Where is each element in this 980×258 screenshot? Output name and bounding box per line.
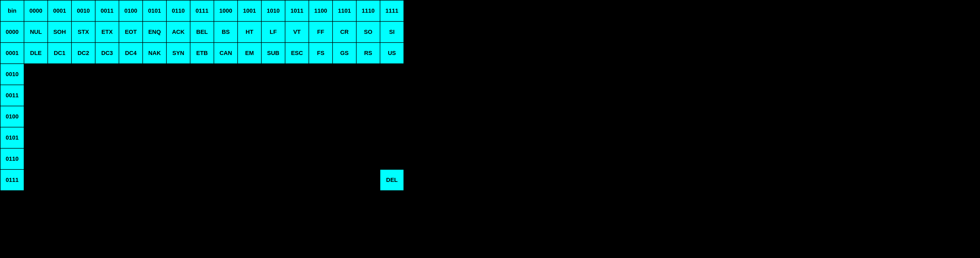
cell-r0100-c0 [24, 106, 48, 127]
cell-r0100-c4 [119, 106, 143, 127]
cell-r0101-c14 [356, 127, 380, 148]
cell-r0000-c0: NUL [24, 21, 48, 43]
cell-r0001-c3: DC3 [95, 43, 119, 64]
cell-r0100-c2 [72, 106, 95, 127]
cell-r0111-c10 [261, 170, 285, 191]
cell-r0001-c9: EM [238, 43, 261, 64]
cell-r0011-c7 [190, 85, 214, 106]
cell-r0011-c8 [214, 85, 238, 106]
col-header-0110: 0110 [166, 0, 190, 21]
cell-r0011-c0 [24, 85, 48, 106]
cell-r0101-c10 [261, 127, 285, 148]
row-label-0000: 0000 [0, 21, 24, 43]
table-row: 0100 [0, 106, 404, 127]
cell-r0001-c13: GS [332, 43, 356, 64]
cell-r0001-c8: CAN [214, 43, 238, 64]
cell-r0001-c0: DLE [24, 43, 48, 64]
table-row: 0101 [0, 127, 404, 148]
cell-r0100-c1 [48, 106, 72, 127]
col-header-1000: 1000 [214, 0, 238, 21]
cell-r0111-c2 [72, 170, 95, 191]
cell-r0000-c7: BEL [190, 21, 214, 43]
cell-r0110-c9 [238, 148, 261, 170]
cell-r0111-c12 [309, 170, 332, 191]
cell-r0001-c7: ETB [190, 43, 214, 64]
col-header-1110: 1110 [356, 0, 380, 21]
cell-r0010-c11 [285, 64, 309, 85]
cell-r0111-c8 [214, 170, 238, 191]
cell-r0110-c2 [72, 148, 95, 170]
cell-r0110-c15 [380, 148, 404, 170]
cell-r0110-c0 [24, 148, 48, 170]
cell-r0010-c10 [261, 64, 285, 85]
cell-r0111-c7 [190, 170, 214, 191]
cell-r0101-c15 [380, 127, 404, 148]
cell-r0000-c2: STX [72, 21, 95, 43]
cell-r0101-c11 [285, 127, 309, 148]
cell-r0111-c6 [166, 170, 190, 191]
cell-r0111-c9 [238, 170, 261, 191]
cell-r0011-c9 [238, 85, 261, 106]
cell-r0010-c0 [24, 64, 48, 85]
cell-r0101-c9 [238, 127, 261, 148]
cell-r0011-c3 [95, 85, 119, 106]
cell-r0011-c11 [285, 85, 309, 106]
cell-r0000-c11: VT [285, 21, 309, 43]
cell-r0010-c3 [95, 64, 119, 85]
cell-r0011-c14 [356, 85, 380, 106]
cell-r0010-c14 [356, 64, 380, 85]
row-label-0110: 0110 [0, 148, 24, 170]
cell-r0111-c14 [356, 170, 380, 191]
col-header-1010: 1010 [261, 0, 285, 21]
cell-r0001-c12: FS [309, 43, 332, 64]
ascii-table: bin 0000 0001 0010 0011 0100 0101 0110 0… [0, 0, 404, 191]
cell-r0110-c12 [309, 148, 332, 170]
row-label-0001: 0001 [0, 43, 24, 64]
cell-r0001-c14: RS [356, 43, 380, 64]
cell-r0010-c15 [380, 64, 404, 85]
cell-r0011-c12 [309, 85, 332, 106]
cell-r0000-c6: ACK [166, 21, 190, 43]
cell-r0011-c5 [143, 85, 166, 106]
row-label-0011: 0011 [0, 85, 24, 106]
cell-r0000-c13: CR [332, 21, 356, 43]
table-row: 0000NULSOHSTXETXEOTENQACKBELBSHTLFVTFFCR… [0, 21, 404, 43]
cell-r0011-c10 [261, 85, 285, 106]
cell-r0101-c3 [95, 127, 119, 148]
cell-r0011-c2 [72, 85, 95, 106]
cell-r0111-c4 [119, 170, 143, 191]
cell-r0101-c0 [24, 127, 48, 148]
cell-r0010-c9 [238, 64, 261, 85]
row-label-0111: 0111 [0, 170, 24, 191]
cell-r0110-c11 [285, 148, 309, 170]
cell-r0111-c13 [332, 170, 356, 191]
corner-header: bin [0, 0, 24, 21]
cell-r0000-c1: SOH [48, 21, 72, 43]
cell-r0000-c5: ENQ [143, 21, 166, 43]
cell-r0010-c4 [119, 64, 143, 85]
col-header-0111: 0111 [190, 0, 214, 21]
cell-r0000-c8: BS [214, 21, 238, 43]
table-row: 0010 [0, 64, 404, 85]
cell-r0110-c10 [261, 148, 285, 170]
cell-r0010-c6 [166, 64, 190, 85]
cell-r0110-c5 [143, 148, 166, 170]
cell-r0110-c6 [166, 148, 190, 170]
cell-r0111-c11 [285, 170, 309, 191]
cell-r0001-c2: DC2 [72, 43, 95, 64]
cell-r0111-c1 [48, 170, 72, 191]
cell-r0000-c12: FF [309, 21, 332, 43]
col-header-1011: 1011 [285, 0, 309, 21]
cell-r0101-c13 [332, 127, 356, 148]
cell-r0101-c4 [119, 127, 143, 148]
cell-r0111-c5 [143, 170, 166, 191]
table-row: 0011 [0, 85, 404, 106]
cell-r0010-c13 [332, 64, 356, 85]
cell-r0010-c1 [48, 64, 72, 85]
cell-r0100-c9 [238, 106, 261, 127]
cell-r0000-c9: HT [238, 21, 261, 43]
cell-r0010-c12 [309, 64, 332, 85]
cell-r0001-c6: SYN [166, 43, 190, 64]
cell-r0110-c8 [214, 148, 238, 170]
row-label-0101: 0101 [0, 127, 24, 148]
